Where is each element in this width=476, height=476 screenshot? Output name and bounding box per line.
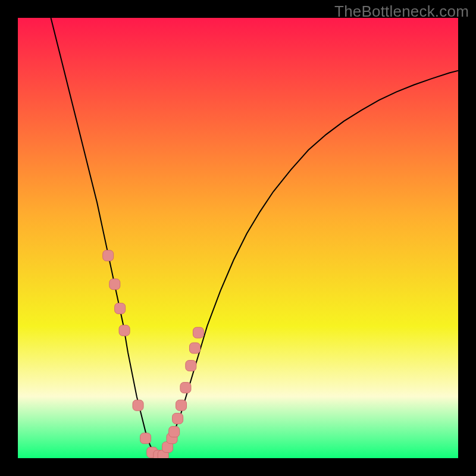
marker-point	[103, 250, 114, 261]
marker-point	[169, 427, 180, 437]
marker-point	[180, 383, 191, 393]
plot-area	[18, 18, 458, 458]
marker-point	[133, 400, 143, 411]
marker-point	[186, 361, 196, 371]
marker-point	[115, 303, 126, 314]
marker-point	[109, 279, 120, 290]
chart-frame: TheBottleneck.com	[0, 0, 476, 476]
marker-point	[173, 413, 183, 424]
marker-point	[140, 433, 151, 444]
marker-point	[119, 325, 130, 336]
watermark-text: TheBottleneck.com	[334, 2, 469, 21]
plot-svg	[18, 18, 458, 458]
gradient-background	[18, 18, 458, 458]
marker-point	[193, 327, 203, 338]
marker-point	[176, 400, 187, 411]
marker-point	[189, 343, 200, 353]
